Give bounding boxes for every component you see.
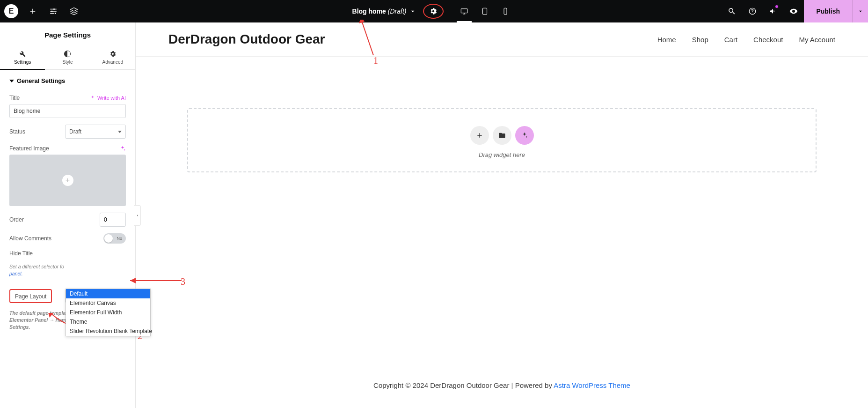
plus-icon	[476, 132, 483, 139]
preview-button[interactable]	[783, 0, 804, 22]
dropzone-buttons	[470, 126, 534, 145]
gear-icon	[429, 7, 438, 15]
finder-button[interactable]	[722, 0, 742, 22]
gear-icon	[109, 50, 117, 58]
status-select[interactable]: Draft	[65, 125, 126, 139]
chevron-down-icon[interactable]	[409, 7, 416, 15]
site-title[interactable]: DerDragon Outdoor Gear	[168, 32, 325, 47]
nav-account[interactable]: My Account	[799, 36, 835, 44]
order-input[interactable]	[100, 213, 126, 227]
doc-status: (Draft)	[388, 7, 407, 15]
layout-label: Page Layout	[15, 293, 46, 300]
layout-option-canvas[interactable]: Elementor Canvas	[66, 298, 150, 308]
publish-options-button[interactable]	[852, 0, 868, 22]
device-tablet[interactable]	[474, 0, 495, 22]
control-order: Order	[9, 213, 126, 227]
layout-option-slider-rev[interactable]: Slider Revolution Blank Template	[66, 326, 150, 336]
main-layout: Page Settings Settings Style Advanced Ge…	[0, 22, 868, 408]
control-featured-image: Featured Image +	[9, 145, 126, 206]
comments-toggle[interactable]: No	[103, 233, 126, 244]
notification-dot	[775, 5, 779, 8]
sparkle-icon[interactable]	[119, 145, 126, 152]
whats-new-button[interactable]	[763, 0, 783, 22]
topbar-center: Blog home (Draft)	[352, 0, 516, 22]
add-element-button[interactable]	[22, 0, 43, 22]
layout-dropdown: Default Elementor Canvas Elementor Full …	[66, 289, 151, 336]
document-title[interactable]: Blog home (Draft)	[352, 7, 407, 15]
ai-label: Write with AI	[97, 95, 126, 101]
chevron-down-icon	[118, 131, 122, 133]
add-section-button[interactable]	[470, 126, 489, 145]
sparkle-icon	[521, 132, 528, 139]
site-nav: Home Shop Cart Checkout My Account	[657, 36, 835, 44]
site-footer: Copyright © 2024 DerDragon Outdoor Gear …	[136, 381, 868, 389]
featured-label: Featured Image	[9, 145, 49, 152]
comments-label: Allow Comments	[9, 235, 51, 242]
write-with-ai[interactable]: Write with AI	[90, 95, 126, 101]
ai-build-button[interactable]	[515, 126, 534, 145]
footer-theme-link[interactable]: Astra WordPress Theme	[554, 381, 630, 389]
svg-rect-5	[504, 8, 507, 15]
layout-label-highlight: Page Layout	[9, 289, 52, 303]
hint-link[interactable]: panel.	[9, 271, 23, 276]
layout-option-full-width[interactable]: Elementor Full Width	[66, 308, 150, 317]
tab-style[interactable]: Style	[45, 45, 90, 69]
layout-option-default[interactable]: Default	[66, 289, 150, 298]
panel-title: Page Settings	[0, 22, 135, 45]
order-label: Order	[9, 216, 24, 223]
tab-settings[interactable]: Settings	[0, 45, 45, 69]
svg-point-2	[53, 8, 55, 10]
status-label: Status	[9, 128, 25, 135]
toggle-label: No	[117, 236, 122, 241]
layout-option-theme[interactable]: Theme	[66, 317, 150, 326]
svg-rect-4	[483, 8, 487, 15]
tab-label: Advanced	[102, 59, 123, 65]
template-library-button[interactable]	[493, 126, 511, 145]
publish-button[interactable]: Publish	[804, 0, 852, 22]
panel-tabs: Settings Style Advanced	[0, 45, 135, 70]
plus-icon: +	[62, 175, 73, 186]
svg-point-0	[55, 13, 56, 14]
hidetitle-hint: Set a different selector fopanel.	[9, 263, 126, 277]
settings-panel: Page Settings Settings Style Advanced Ge…	[0, 22, 136, 408]
structure-button[interactable]	[64, 0, 84, 22]
featured-image-picker[interactable]: +	[9, 155, 126, 206]
status-value: Draft	[69, 128, 81, 135]
half-circle-icon	[64, 50, 71, 58]
dropzone-hint: Drag widget here	[479, 151, 525, 158]
chevron-left-icon	[136, 214, 139, 217]
elementor-logo[interactable]: E	[0, 0, 22, 22]
site-header: DerDragon Outdoor Gear Home Shop Cart Ch…	[136, 22, 868, 57]
device-mobile[interactable]	[495, 0, 516, 22]
section-general-settings[interactable]: General Settings	[9, 70, 126, 89]
control-title: Title Write with AI	[9, 95, 126, 118]
title-input[interactable]	[9, 104, 126, 118]
nav-cart[interactable]: Cart	[724, 36, 737, 44]
nav-home[interactable]: Home	[657, 36, 676, 44]
device-desktop[interactable]	[454, 0, 474, 22]
nav-shop[interactable]: Shop	[692, 36, 708, 44]
control-status: Status Draft	[9, 125, 126, 139]
control-hide-title: Hide Title Set a different selector fopa…	[9, 250, 126, 277]
footer-text: Copyright © 2024 DerDragon Outdoor Gear …	[373, 381, 554, 389]
hidetitle-label: Hide Title	[9, 250, 33, 257]
tab-label: Style	[62, 59, 73, 65]
page-settings-gear[interactable]	[423, 4, 444, 19]
tab-label: Settings	[14, 59, 31, 65]
tab-advanced[interactable]: Advanced	[90, 45, 135, 69]
nav-checkout[interactable]: Checkout	[753, 36, 783, 44]
sparkle-icon	[90, 95, 95, 101]
section-title: General Settings	[17, 77, 65, 84]
doc-name: Blog home	[352, 7, 386, 15]
editor-canvas: DerDragon Outdoor Gear Home Shop Cart Ch…	[136, 22, 868, 408]
wrench-icon	[19, 50, 26, 58]
caret-down-icon	[9, 80, 14, 82]
title-label: Title	[9, 95, 20, 101]
folder-icon	[498, 132, 506, 139]
responsive-devices	[454, 0, 516, 22]
toggle-knob	[104, 234, 113, 243]
panel-collapse-handle[interactable]	[134, 205, 141, 226]
site-settings-button[interactable]	[43, 0, 64, 22]
empty-section-dropzone[interactable]: Drag widget here	[187, 108, 817, 172]
help-button[interactable]	[742, 0, 763, 22]
